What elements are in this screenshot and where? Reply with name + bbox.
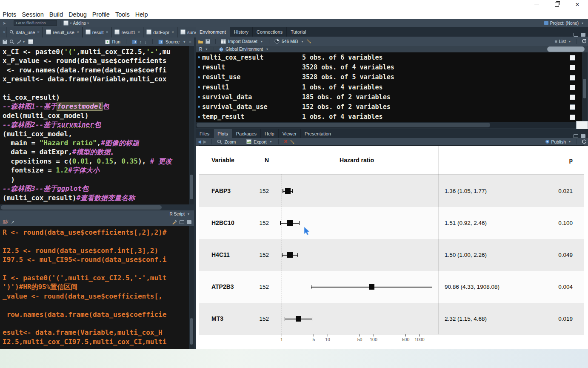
- scrollbar-thumb[interactable]: [197, 123, 490, 127]
- editor-tab-result1[interactable]: result1×: [111, 27, 143, 37]
- view-table-icon[interactable]: [570, 95, 575, 100]
- project-menu[interactable]: Project: (None): [550, 21, 579, 26]
- zoom-button[interactable]: Zoom: [224, 139, 236, 144]
- environment-vertical-scrollbar[interactable]: [582, 52, 587, 122]
- minimize-pane-icon[interactable]: [180, 220, 184, 224]
- close-icon[interactable]: ×: [106, 30, 108, 34]
- editor-tab-datExpr[interactable]: datExpr×: [143, 27, 177, 37]
- maximize-pane-icon[interactable]: [581, 134, 585, 138]
- menu-session[interactable]: Session: [21, 11, 49, 18]
- view-table-icon[interactable]: [570, 55, 575, 60]
- clear-plots-broom-icon[interactable]: [290, 139, 295, 144]
- forward-icon[interactable]: ▶: [203, 139, 207, 144]
- rerun-icon[interactable]: [132, 40, 137, 44]
- scrollbar-thumb[interactable]: [190, 318, 193, 345]
- popout-icon[interactable]: ↗: [11, 220, 14, 224]
- save-icon[interactable]: [3, 40, 7, 44]
- tab-environment[interactable]: Environment: [196, 27, 230, 37]
- close-icon[interactable]: ×: [37, 30, 40, 34]
- environment-object-row[interactable]: result11 obs. of 4 variables: [196, 82, 582, 92]
- outline-icon[interactable]: ≡: [189, 40, 191, 44]
- view-table-icon[interactable]: [570, 65, 575, 70]
- tab-presentation[interactable]: Presentation: [301, 129, 335, 138]
- scrollbar-thumb[interactable]: [190, 175, 193, 199]
- goto-file-input[interactable]: [14, 20, 57, 26]
- menu-profile[interactable]: Profile: [91, 11, 114, 18]
- source-down-icon[interactable]: ↓: [144, 39, 147, 44]
- save-icon[interactable]: [206, 39, 210, 44]
- editor-tab-result_use[interactable]: result_use×: [43, 27, 83, 37]
- tab-tutorial[interactable]: Tutorial: [287, 27, 310, 37]
- broom-icon[interactable]: [306, 39, 311, 44]
- close-icon[interactable]: ×: [77, 30, 79, 34]
- environment-search-input[interactable]: [547, 46, 585, 52]
- environment-object-row[interactable]: temp_result1 obs. of 4 variables: [196, 112, 582, 122]
- minimize-pane-icon[interactable]: [574, 33, 578, 37]
- source-up-icon[interactable]: ↑: [140, 39, 142, 44]
- minimize-button[interactable]: [530, 1, 543, 9]
- view-table-icon[interactable]: [570, 115, 575, 120]
- menu-plots[interactable]: Plots: [2, 11, 21, 18]
- tab-history[interactable]: History: [230, 27, 253, 37]
- editor-code[interactable]: x_CI <- paste0('(',multi_cox_CI2.5,'-',m…: [0, 46, 189, 204]
- addins-menu[interactable]: Addins: [73, 21, 86, 26]
- editor-tab-data_use[interactable]: data_use×: [6, 27, 43, 37]
- close-icon[interactable]: ×: [171, 30, 174, 34]
- back-icon[interactable]: ◀: [198, 139, 201, 144]
- editor-horizontal-scrollbar[interactable]: [0, 204, 194, 210]
- environment-object-row[interactable]: result3528 obs. of 4 variables: [196, 62, 582, 72]
- environment-toolbar: Import Dataset ▾ 546 MiB ▾ ≡ List ▾: [196, 37, 588, 46]
- environment-object-row[interactable]: result_use3528 obs. of 5 variables: [196, 72, 582, 82]
- menu-help[interactable]: Help: [134, 11, 153, 18]
- minimize-pane-icon[interactable]: [574, 134, 578, 138]
- environment-selector[interactable]: Global Environment: [225, 47, 263, 52]
- view-table-icon[interactable]: [570, 85, 575, 90]
- close-icon[interactable]: ×: [138, 30, 140, 34]
- tab-files[interactable]: Files: [196, 129, 214, 138]
- restore-button[interactable]: [551, 1, 563, 9]
- environment-object-row[interactable]: survival_data_use152 obs. of 2 variables: [196, 102, 582, 112]
- list-view-button[interactable]: List: [559, 39, 566, 44]
- menu-build[interactable]: Build: [49, 11, 68, 18]
- export-button[interactable]: Export: [254, 139, 266, 144]
- lower-pane-code[interactable]: R <- round(data_use$coefficients[,2],2)#…: [0, 226, 189, 349]
- language-selector[interactable]: R: [199, 47, 202, 52]
- maximize-pane-icon[interactable]: [187, 220, 191, 224]
- refresh-icon[interactable]: [582, 139, 587, 144]
- menu-tools[interactable]: Tools: [114, 11, 134, 18]
- editor-vertical-scrollbar[interactable]: [189, 46, 194, 204]
- view-table-icon[interactable]: [570, 75, 575, 80]
- scrollbar-thumb[interactable]: [583, 79, 586, 98]
- tab-packages[interactable]: Packages: [232, 129, 261, 138]
- editor-tab-result[interactable]: result×: [83, 27, 112, 37]
- open-icon[interactable]: [198, 39, 203, 44]
- tab-connections[interactable]: Connections: [253, 27, 287, 37]
- code-tools-icon[interactable]: ▾: [17, 40, 26, 44]
- file-type-selector[interactable]: R Script: [169, 212, 185, 216]
- lower-vertical-scrollbar[interactable]: [189, 226, 194, 349]
- run-button[interactable]: Run: [112, 39, 120, 44]
- memory-usage-button[interactable]: 546 MiB: [282, 39, 298, 44]
- menu-debug[interactable]: Debug: [68, 11, 91, 18]
- tab-help[interactable]: Help: [261, 129, 279, 138]
- environment-object-row[interactable]: survival_data185 obs. of 2 variables: [196, 92, 582, 102]
- tab-viewer[interactable]: Viewer: [279, 129, 301, 138]
- import-dataset-button[interactable]: Import Dataset: [228, 39, 257, 44]
- environment-horizontal-scrollbar[interactable]: [196, 122, 582, 128]
- axis-tick-label: 100: [370, 337, 377, 342]
- maximize-pane-icon[interactable]: [581, 33, 585, 37]
- remove-plot-icon[interactable]: ✕: [284, 139, 288, 144]
- hr-point-marker: [296, 316, 301, 322]
- publish-button[interactable]: Publish: [551, 139, 566, 144]
- source-button[interactable]: Source: [166, 39, 180, 44]
- view-table-icon[interactable]: [570, 104, 575, 110]
- compile-report-icon[interactable]: [28, 39, 33, 44]
- search-icon[interactable]: [9, 39, 14, 44]
- refresh-icon[interactable]: [582, 39, 587, 44]
- editor-tab-partial[interactable]: ×: [0, 27, 6, 37]
- environment-object-row[interactable]: multi_cox_result5 obs. of 6 variables: [196, 52, 582, 62]
- tab-plots[interactable]: Plots: [214, 129, 232, 138]
- close-button[interactable]: ×: [571, 1, 584, 9]
- scrollbar-thumb[interactable]: [1, 205, 162, 210]
- brush-icon[interactable]: [172, 220, 177, 224]
